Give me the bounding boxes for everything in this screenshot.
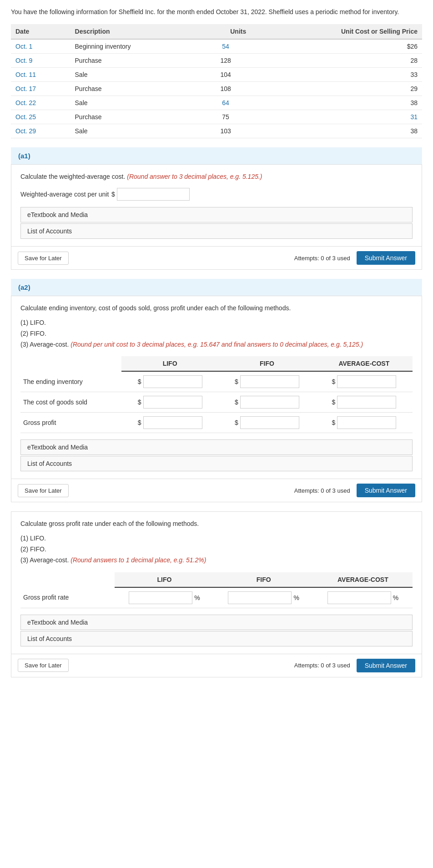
a2-calc-row: The ending inventory $ $ $ [20,371,413,392]
a2-dollar-wrap: $ [221,375,312,388]
a2-footer: Save for Later Attempts: 0 of 3 used Sub… [11,479,422,502]
cell-units: 54 [201,39,251,54]
a2-save-later-btn[interactable]: Save for Later [18,484,69,497]
a2-calc-row: The cost of goods sold $ $ $ [20,392,413,413]
cell-price: 29 [251,82,422,96]
a2b-method-item: (1) LIFO. [20,533,413,544]
table-row: Oct. 17 Purchase 108 29 [11,82,422,96]
a2-calc-table: LIFO FIFO AVERAGE-COST The ending invent… [20,356,413,433]
a2b-percent-sign: % [293,594,299,601]
a2-row-label: The cost of goods sold [20,392,121,413]
a2-dollar-wrap: $ [124,416,216,429]
a2-dollar: $ [332,399,335,406]
a2b-input-cell: % [115,587,214,608]
a2-dollar-wrap: $ [318,375,410,388]
a2-input-2-0[interactable] [143,416,202,429]
a2b-method-item: (2) FIFO. [20,544,413,555]
cell-description: Purchase [70,82,201,96]
cell-description: Purchase [70,54,201,68]
a2-submit-btn[interactable]: Submit Answer [357,484,415,497]
a2-method-item: (3) Average-cost. (Round per unit cost t… [20,339,413,350]
a2-dollar: $ [332,378,335,385]
col-header-units: Units [201,24,251,39]
a2-dollar-wrap: $ [221,416,312,429]
a2-input-1-1[interactable] [240,396,299,409]
a1-cost-input[interactable] [117,188,190,201]
a2b-list-accounts-btn[interactable]: List of Accounts [20,631,413,646]
a2-dollar-wrap: $ [318,416,410,429]
a1-etextbook-btn[interactable]: eTextbook and Media [20,207,413,222]
a2-input-0-1[interactable] [240,375,299,388]
a2-method-item: (1) LIFO. [20,318,413,328]
a2b-methods: (1) LIFO.(2) FIFO.(3) Average-cost. (Rou… [20,533,413,565]
cell-price: 28 [251,54,422,68]
a2-input-cell: $ [121,413,218,433]
a1-instruction: Calculate the weighted-average cost. (Ro… [20,172,413,182]
a2b-calc-row: Gross profit rate % % % [20,587,413,608]
cell-units: 128 [201,54,251,68]
a2b-percent-wrap: % [217,591,311,604]
a1-input-row: Weighted-average cost per unit $ [20,188,413,201]
a2b-footer: Save for Later Attempts: 0 of 3 used Sub… [11,654,422,677]
a2b-col-avg: AVERAGE-COST [313,572,413,587]
a2-method-item: (2) FIFO. [20,328,413,339]
a2b-input-0-2[interactable] [327,591,391,604]
a1-submit-btn[interactable]: Submit Answer [357,251,415,265]
a2-input-cell: $ [121,371,218,392]
a2b-percent-sign: % [194,594,200,601]
a2-input-cell: $ [218,371,315,392]
a2-calc-row: Gross profit $ $ $ [20,413,413,433]
a2-dollar: $ [332,419,335,426]
a2-input-1-2[interactable] [337,396,396,409]
a2-empty-header [20,356,121,371]
a2-input-cell: $ [316,413,413,433]
table-row: Oct. 29 Sale 103 38 [11,124,422,138]
a1-footer: Save for Later Attempts: 0 of 3 used Sub… [11,246,422,269]
cell-description: Sale [70,124,201,138]
a1-container: Calculate the weighted-average cost. (Ro… [11,164,422,270]
a2-input-2-1[interactable] [240,416,299,429]
a2-container: Calculate ending inventory, cost of good… [11,296,422,502]
a1-save-later-btn[interactable]: Save for Later [18,252,69,265]
a2b-empty-header [20,572,115,587]
table-row: Oct. 25 Purchase 75 31 [11,110,422,124]
a1-right-footer: Attempts: 0 of 3 used Submit Answer [294,251,415,265]
a2-input-0-0[interactable] [143,375,202,388]
a2-input-0-2[interactable] [337,375,396,388]
a2b-input-0-1[interactable] [228,591,292,604]
cell-date: Oct. 17 [11,82,70,96]
a2-input-cell: $ [316,392,413,413]
a2-dollar-wrap: $ [221,396,312,409]
col-header-date: Date [11,24,70,39]
a2-col-fifo: FIFO [218,356,315,371]
a2-etextbook-btn[interactable]: eTextbook and Media [20,439,413,455]
a2b-col-lifo: LIFO [115,572,214,587]
a2b-etextbook-btn[interactable]: eTextbook and Media [20,615,413,630]
table-row: Oct. 11 Sale 104 33 [11,68,422,82]
a2b-body: Calculate gross profit rate under each o… [11,512,422,653]
a2-dollar: $ [138,399,141,406]
a2-input-2-2[interactable] [337,416,396,429]
cell-description: Sale [70,68,201,82]
cell-units: 103 [201,124,251,138]
a2b-submit-btn[interactable]: Submit Answer [357,659,415,672]
a2b-percent-sign: % [393,594,398,601]
cell-units: 108 [201,82,251,96]
cell-price: $26 [251,39,422,54]
col-header-description: Description [70,24,201,39]
a2b-calc-table: LIFO FIFO AVERAGE-COST Gross profit rate… [20,572,413,608]
cell-units: 75 [201,110,251,124]
a2-list-accounts-btn[interactable]: List of Accounts [20,456,413,471]
table-row: Oct. 22 Sale 64 38 [11,96,422,110]
a2b-percent-wrap: % [117,591,211,604]
a2-dollar: $ [138,419,141,426]
a2-dollar-wrap: $ [124,396,216,409]
a2b-input-0-0[interactable] [129,591,192,604]
cell-date: Oct. 22 [11,96,70,110]
table-row: Oct. 1 Beginning inventory 54 $26 [11,39,422,54]
a2-input-1-0[interactable] [143,396,202,409]
a2-instruction: Calculate ending inventory, cost of good… [20,303,413,313]
a2-input-cell: $ [316,371,413,392]
a2b-save-later-btn[interactable]: Save for Later [18,659,69,672]
a1-list-accounts-btn[interactable]: List of Accounts [20,223,413,239]
